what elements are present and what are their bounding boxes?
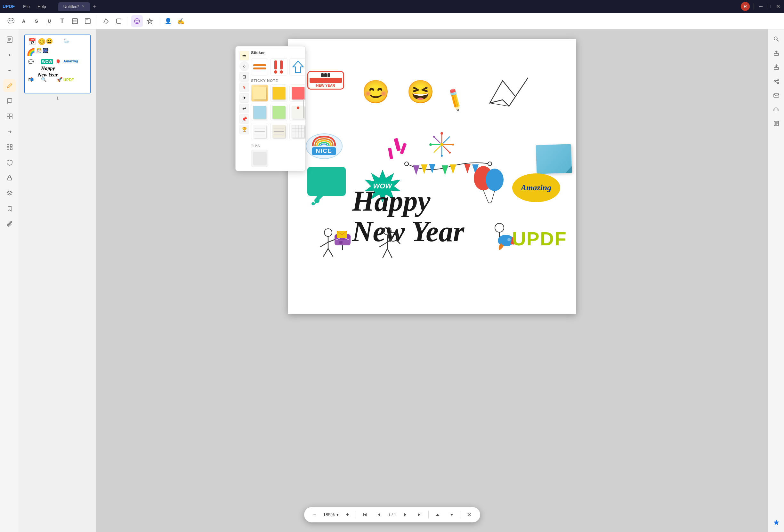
svg-line-56 <box>483 190 488 202</box>
nav-down-btn[interactable] <box>447 510 457 520</box>
sticker-exclamation[interactable] <box>270 58 287 76</box>
new-tab-btn[interactable]: ＋ <box>92 3 97 10</box>
page-canvas[interactable]: NEW YEAR 😊 😆 ✏️ <box>288 39 576 314</box>
sticker-nav-arrow-back[interactable]: ↩ <box>240 104 249 113</box>
yellow-sticky[interactable] <box>251 85 268 102</box>
nav-prev-btn[interactable] <box>374 510 384 520</box>
stamp-tool[interactable] <box>144 16 156 27</box>
sticky-note-grid <box>251 85 307 140</box>
right-export[interactable] <box>771 47 782 59</box>
lightblue-sticky[interactable] <box>251 104 268 121</box>
zoom-out-btn[interactable]: − <box>310 510 319 519</box>
svg-line-94 <box>777 40 779 41</box>
signature-tool[interactable]: ✍ <box>175 16 187 27</box>
thumbnail-image: 📅 😊 😆 🌈 🎊 🎆 🦢 💬 WOW 🎈 Amazing Happy New … <box>25 35 90 93</box>
text-area-tool[interactable] <box>82 16 93 27</box>
svg-point-9 <box>138 20 139 21</box>
nav-up-btn[interactable] <box>432 510 443 520</box>
green-sticky[interactable] <box>270 104 287 121</box>
sidebar-zoom-out[interactable]: − <box>3 64 16 77</box>
minimize-btn[interactable]: ─ <box>758 2 764 10</box>
nav-last-btn[interactable] <box>414 510 424 520</box>
shape-tool[interactable] <box>113 16 124 27</box>
document-tab[interactable]: Untitled* ✕ <box>58 2 90 11</box>
svg-rect-19 <box>7 145 9 147</box>
sidebar-protect[interactable] <box>3 156 16 169</box>
sticker-nav-trophy[interactable]: 🏆 <box>240 125 249 135</box>
person-tool[interactable]: 👤 <box>162 16 174 27</box>
svg-rect-11 <box>7 37 12 42</box>
rainbow-nice-sticker: NICE <box>306 134 344 166</box>
right-email[interactable] <box>771 90 782 101</box>
sidebar-bookmark[interactable] <box>3 202 16 215</box>
sticker-arrow-up[interactable] <box>289 58 307 76</box>
underline-tool[interactable]: U <box>44 16 55 27</box>
sidebar-organize[interactable] <box>3 110 16 123</box>
svg-line-71 <box>380 242 387 247</box>
sidebar-ocr[interactable] <box>3 141 16 153</box>
sticker-nav-box[interactable]: ⊡ <box>240 72 249 82</box>
svg-rect-17 <box>7 117 9 119</box>
right-share[interactable] <box>771 76 782 87</box>
comment-tool[interactable]: 💬 <box>5 16 17 27</box>
svg-line-35 <box>443 137 450 143</box>
svg-rect-82 <box>253 67 266 69</box>
zoom-in-btn[interactable]: + <box>343 510 352 519</box>
sidebar-attachment[interactable] <box>3 217 16 230</box>
sticker-nav-9[interactable]: 9 <box>240 83 249 92</box>
svg-line-102 <box>775 80 777 81</box>
sidebar-edit[interactable] <box>3 79 16 92</box>
tab-close-btn[interactable]: ✕ <box>82 4 85 9</box>
lined-offwhite-sticky[interactable] <box>270 123 287 140</box>
laughing-sticker: 😆 <box>407 81 435 103</box>
thumbnail-panel: 📅 😊 😆 🌈 🎊 🎆 🦢 💬 WOW 🎈 Amazing Happy New … <box>19 29 96 532</box>
strikethrough-tool[interactable]: S <box>31 16 42 27</box>
svg-line-73 <box>383 248 387 258</box>
nav-first-btn[interactable] <box>360 510 370 520</box>
zoom-dropdown-icon[interactable]: ▼ <box>336 513 339 516</box>
sidebar-zoom-in[interactable]: + <box>3 49 16 61</box>
close-window-btn[interactable]: ✕ <box>775 2 781 11</box>
scrollbar[interactable] <box>303 99 304 118</box>
sticker-nav-circle[interactable]: ○ <box>240 61 249 71</box>
menu-bar: File Help <box>20 3 49 10</box>
avatar-btn[interactable]: R <box>741 2 750 11</box>
sticker-nav-arrows[interactable]: ⇒ <box>240 51 249 60</box>
sidebar-read[interactable] <box>3 33 16 46</box>
tab-title: Untitled* <box>63 4 79 9</box>
close-nav-btn[interactable]: ✕ <box>465 510 474 519</box>
right-search[interactable] <box>771 33 782 45</box>
eraser-tool[interactable] <box>100 16 112 27</box>
sidebar-stamp[interactable] <box>3 172 16 184</box>
tips-sticker-1[interactable] <box>251 150 268 167</box>
sticker-nav-plane[interactable]: ✈ <box>240 93 249 103</box>
svg-rect-20 <box>10 145 12 147</box>
page-thumbnail[interactable]: 📅 😊 😆 🌈 🎊 🎆 🦢 💬 WOW 🎈 Amazing Happy New … <box>24 34 91 93</box>
updf-logo-sticker: UPDF <box>512 228 567 250</box>
sticker-nav-pin[interactable]: 📌 <box>240 114 249 124</box>
sidebar-comment[interactable] <box>3 95 16 108</box>
svg-point-41 <box>449 152 451 153</box>
text-block-tool[interactable] <box>69 16 81 27</box>
right-ai[interactable] <box>771 516 782 528</box>
right-history[interactable] <box>771 118 782 129</box>
lined-white-sticky[interactable] <box>251 123 268 140</box>
orange-sticky[interactable] <box>270 85 287 102</box>
svg-rect-85 <box>280 60 283 69</box>
right-import[interactable] <box>771 61 782 73</box>
sticker-tool[interactable] <box>131 16 143 27</box>
window-controls: R ─ □ ✕ <box>741 2 781 11</box>
maximize-btn[interactable]: □ <box>766 2 772 10</box>
text-color-tool[interactable]: A <box>18 16 29 27</box>
help-menu[interactable]: Help <box>34 3 49 10</box>
right-cloud[interactable] <box>771 104 782 115</box>
grid-sticky[interactable] <box>289 123 307 140</box>
nav-next-btn[interactable] <box>400 510 411 520</box>
sidebar-layers[interactable] <box>3 187 16 200</box>
svg-line-34 <box>434 146 441 153</box>
svg-marker-48 <box>442 166 448 175</box>
sticker-double-line[interactable] <box>251 58 268 76</box>
text-tool[interactable]: T <box>56 16 68 27</box>
sidebar-convert[interactable] <box>3 125 16 138</box>
file-menu[interactable]: File <box>20 3 33 10</box>
